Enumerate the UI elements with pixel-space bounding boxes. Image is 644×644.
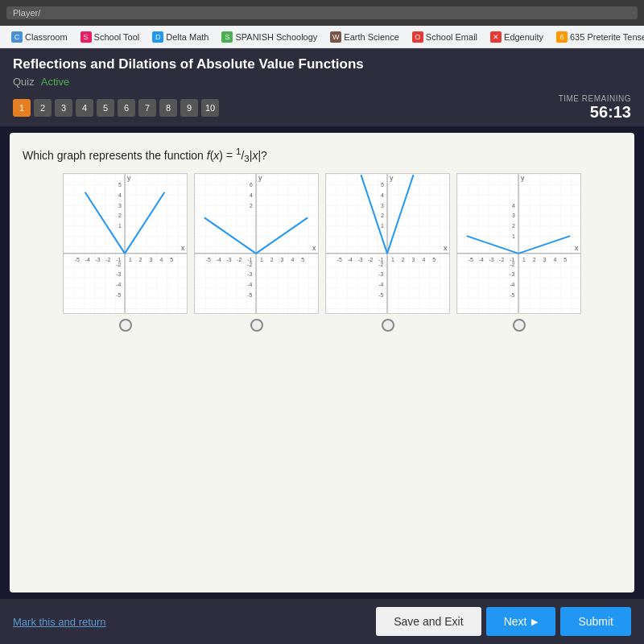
svg-text:-3: -3 (510, 272, 514, 278)
quiz-header: Reflections and Dilations of Absolute Va… (0, 48, 644, 126)
svg-text:-5: -5 (116, 293, 121, 299)
svg-text:3: 3 (281, 257, 284, 262)
svg-text:-4: -4 (85, 257, 90, 262)
graph-2-radio[interactable] (250, 319, 263, 332)
svg-text:1: 1 (522, 257, 526, 262)
svg-text:4: 4 (553, 257, 556, 262)
svg-text:2: 2 (381, 213, 384, 219)
bookmark-earthscience[interactable]: W Earth Science (325, 30, 403, 44)
svg-text:1: 1 (260, 257, 263, 262)
svg-text:x: x (312, 244, 316, 252)
svg-text:4: 4 (250, 192, 253, 198)
submit-button[interactable]: Submit (560, 607, 631, 636)
question-numbers: 1 2 3 4 5 6 7 8 9 10 (13, 99, 219, 117)
graph-2-wrapper: x y 6 4 2 -2 -3 -4 -5 -5 -4 -3 -2 -1 1 2 (194, 173, 319, 332)
graph-4-wrapper: x y 4 3 2 1 -2 -3 -4 -5 -5 -4 -3 -2 -1 1 (456, 173, 581, 332)
q-num-7[interactable]: 7 (138, 99, 156, 117)
svg-text:4: 4 (512, 203, 515, 208)
graph-1-radio[interactable] (119, 319, 132, 332)
svg-text:-3: -3 (247, 272, 252, 278)
bookmark-schooltool[interactable]: S School Tool (76, 30, 145, 44)
svg-text:-1: -1 (510, 257, 514, 262)
bookmark-email[interactable]: O School Email (407, 30, 482, 44)
quiz-status: Quiz Active (13, 76, 631, 88)
svg-text:3: 3 (381, 203, 384, 208)
bookmark-deltamath[interactable]: D Delta Math (147, 30, 213, 44)
svg-text:-1: -1 (116, 257, 121, 262)
graph-1[interactable]: x y 5 4 3 2 1 -2 -3 -4 -5 -5 -4 -3 -2 (63, 173, 188, 314)
svg-text:-1: -1 (378, 257, 383, 262)
svg-text:x: x (444, 244, 448, 252)
svg-text:3: 3 (118, 203, 122, 208)
svg-text:5: 5 (564, 257, 567, 262)
svg-text:-3: -3 (116, 272, 121, 278)
q-num-8[interactable]: 8 (159, 99, 177, 117)
graph-3-radio[interactable] (382, 319, 394, 332)
svg-text:x: x (575, 244, 579, 252)
graph-4[interactable]: x y 4 3 2 1 -2 -3 -4 -5 -5 -4 -3 -2 -1 1 (456, 173, 581, 314)
svg-text:-2: -2 (368, 257, 373, 262)
graph-1-wrapper: x y 5 4 3 2 1 -2 -3 -4 -5 -5 -4 -3 -2 (63, 173, 188, 332)
q-num-4[interactable]: 4 (76, 99, 93, 117)
graph-4-radio[interactable] (513, 319, 526, 332)
bookmark-preterite[interactable]: 6 635 Preterite Tense... (551, 30, 644, 44)
svg-text:3: 3 (512, 213, 515, 219)
q-num-6[interactable]: 6 (118, 99, 135, 117)
q-num-5[interactable]: 5 (97, 99, 114, 117)
svg-text:-3: -3 (357, 257, 362, 262)
svg-text:1: 1 (391, 257, 394, 262)
svg-text:y: y (521, 174, 525, 182)
bookmark-classroom[interactable]: C Classroom (6, 30, 72, 44)
svg-text:-4: -4 (378, 283, 383, 288)
graph-3-wrapper: x y 5 4 3 2 1 -2 -3 -4 -5 -5 -4 -3 -2 -1 (325, 173, 450, 332)
next-button[interactable]: Next (486, 607, 556, 636)
svg-text:-5: -5 (378, 293, 383, 299)
svg-text:2: 2 (270, 257, 274, 262)
svg-text:1: 1 (129, 257, 132, 262)
svg-text:-3: -3 (489, 257, 493, 262)
save-exit-button[interactable]: Save and Exit (376, 607, 481, 636)
q-num-1[interactable]: 1 (13, 99, 31, 117)
q-num-10[interactable]: 10 (201, 99, 219, 117)
svg-text:1: 1 (512, 234, 515, 240)
svg-text:3: 3 (543, 257, 547, 262)
q-num-3[interactable]: 3 (55, 99, 72, 117)
svg-text:6: 6 (250, 182, 253, 188)
svg-text:-5: -5 (75, 257, 80, 262)
svg-text:x: x (181, 244, 185, 252)
svg-text:2: 2 (250, 203, 253, 208)
svg-text:1: 1 (118, 224, 122, 229)
svg-text:5: 5 (432, 257, 436, 262)
svg-text:2: 2 (139, 257, 142, 262)
svg-text:-1: -1 (247, 257, 252, 262)
svg-text:-5: -5 (469, 257, 473, 262)
bottom-bar: Mark this and return Save and Exit Next … (0, 599, 644, 644)
svg-text:1: 1 (381, 224, 384, 229)
svg-text:-2: -2 (105, 257, 110, 262)
graph-3[interactable]: x y 5 4 3 2 1 -2 -3 -4 -5 -5 -4 -3 -2 -1 (325, 173, 450, 314)
svg-text:y: y (258, 174, 262, 182)
q-num-2[interactable]: 2 (34, 99, 52, 117)
svg-text:-4: -4 (116, 283, 121, 288)
q-num-9[interactable]: 9 (180, 99, 198, 117)
svg-text:4: 4 (291, 257, 294, 262)
svg-text:-4: -4 (348, 257, 353, 262)
main-area: Reflections and Dilations of Absolute Va… (0, 48, 644, 644)
bookmark-edgenuity[interactable]: ✕ Edgenuity (485, 30, 548, 44)
graphs-row: x y 5 4 3 2 1 -2 -3 -4 -5 -5 -4 -3 -2 (23, 173, 621, 332)
address-bar[interactable]: Player/ (6, 6, 638, 19)
svg-text:-2: -2 (237, 257, 242, 262)
svg-text:-5: -5 (337, 257, 342, 262)
svg-text:-4: -4 (247, 283, 252, 288)
svg-text:5: 5 (170, 257, 173, 262)
svg-text:-4: -4 (479, 257, 484, 262)
svg-text:3: 3 (150, 257, 153, 262)
page-title: Reflections and Dilations of Absolute Va… (13, 56, 631, 72)
svg-text:-3: -3 (378, 272, 383, 278)
mark-return-link[interactable]: Mark this and return (13, 616, 106, 628)
browser-chrome: Player/ (0, 0, 644, 26)
bookmark-schoology[interactable]: S SPANISH Schoology (217, 30, 322, 44)
svg-text:5: 5 (118, 182, 122, 188)
question-container: Which graph represents the function f(x)… (10, 133, 634, 592)
graph-2[interactable]: x y 6 4 2 -2 -3 -4 -5 -5 -4 -3 -2 -1 1 2 (194, 173, 319, 314)
